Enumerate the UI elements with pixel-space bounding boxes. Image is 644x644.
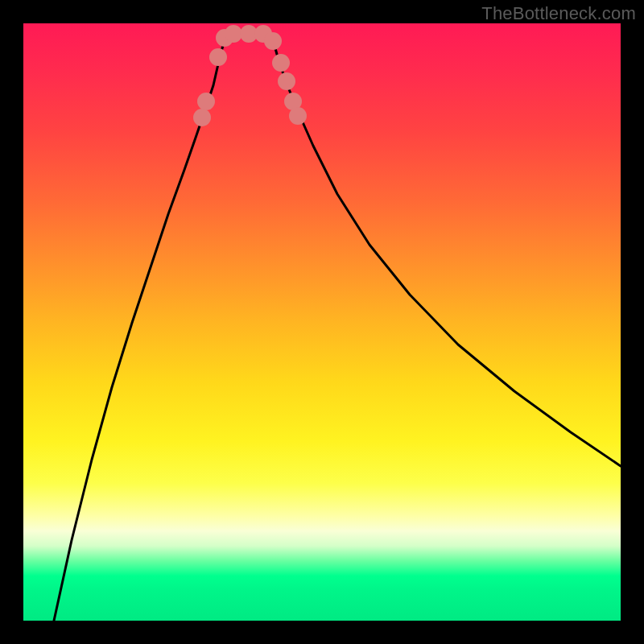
watermark-text: TheBottleneck.com: [481, 3, 636, 24]
marker-7: [264, 32, 282, 50]
marker-0: [193, 109, 211, 126]
marker-11: [289, 107, 307, 125]
curve-paths: [54, 34, 621, 621]
curve-overlay: [23, 23, 621, 621]
marker-2: [209, 48, 227, 66]
plot-area: [23, 23, 621, 621]
marker-4: [225, 25, 242, 43]
chart-frame: TheBottleneck.com: [0, 0, 644, 644]
marker-8: [272, 54, 290, 72]
curve-markers: [193, 25, 307, 126]
series-right-branch: [271, 34, 621, 466]
marker-1: [197, 93, 215, 110]
marker-9: [278, 72, 295, 90]
